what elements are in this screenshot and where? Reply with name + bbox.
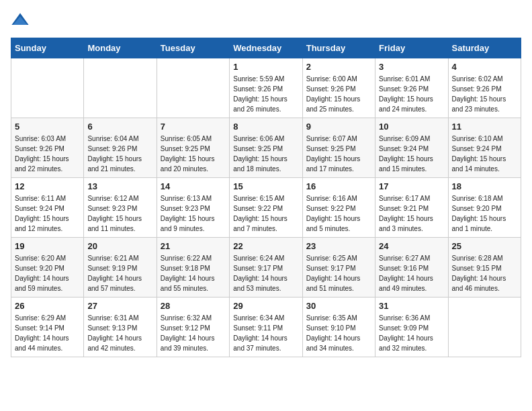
day-number: 11 [452,122,517,132]
calendar-cell: 31Sunrise: 6:36 AMSunset: 9:09 PMDayligh… [375,298,448,357]
day-info: Sunrise: 6:24 AMSunset: 9:17 PMDaylight:… [233,253,298,293]
day-info: Sunrise: 6:29 AMSunset: 9:14 PMDaylight:… [15,313,80,353]
day-number: 23 [306,241,371,251]
day-number: 9 [306,122,371,132]
day-number: 18 [452,181,517,191]
day-info: Sunrise: 6:04 AMSunset: 9:26 PMDaylight:… [87,134,152,174]
calendar-cell: 1Sunrise: 5:59 AMSunset: 9:26 PMDaylight… [230,58,302,118]
calendar-cell: 6Sunrise: 6:04 AMSunset: 9:26 PMDaylight… [84,118,157,178]
day-info: Sunrise: 6:13 AMSunset: 9:23 PMDaylight:… [161,193,226,234]
day-info: Sunrise: 6:34 AMSunset: 9:11 PMDaylight:… [233,313,298,353]
calendar-cell: 21Sunrise: 6:22 AMSunset: 9:18 PMDayligh… [157,238,229,298]
logo [11,11,32,30]
calendar-header-monday: Monday [84,38,157,58]
day-number: 31 [379,301,444,311]
day-info: Sunrise: 6:27 AMSunset: 9:16 PMDaylight:… [379,253,444,293]
calendar-cell: 8Sunrise: 6:06 AMSunset: 9:25 PMDaylight… [230,118,302,178]
day-info: Sunrise: 6:06 AMSunset: 9:25 PMDaylight:… [233,134,298,174]
calendar-week-4: 19Sunrise: 6:20 AMSunset: 9:20 PMDayligh… [11,238,521,298]
day-number: 28 [161,301,226,311]
day-info: Sunrise: 6:09 AMSunset: 9:24 PMDaylight:… [379,134,444,174]
day-number: 15 [233,181,298,191]
day-info: Sunrise: 6:17 AMSunset: 9:21 PMDaylight:… [379,193,444,234]
day-number: 17 [379,181,444,191]
day-number: 19 [15,241,80,251]
calendar-cell: 7Sunrise: 6:05 AMSunset: 9:25 PMDaylight… [157,118,229,178]
day-number: 29 [233,301,298,311]
day-number: 6 [87,122,152,132]
calendar-header-saturday: Saturday [448,38,521,58]
calendar-cell: 3Sunrise: 6:01 AMSunset: 9:26 PMDaylight… [375,58,448,118]
day-info: Sunrise: 6:03 AMSunset: 9:26 PMDaylight:… [15,134,80,174]
calendar-cell: 18Sunrise: 6:18 AMSunset: 9:20 PMDayligh… [448,178,521,238]
day-info: Sunrise: 6:32 AMSunset: 9:12 PMDaylight:… [161,313,226,353]
calendar-cell: 11Sunrise: 6:10 AMSunset: 9:24 PMDayligh… [448,118,521,178]
calendar-week-1: 1Sunrise: 5:59 AMSunset: 9:26 PMDaylight… [11,58,521,118]
day-number: 1 [233,62,298,72]
day-info: Sunrise: 6:10 AMSunset: 9:24 PMDaylight:… [452,134,517,174]
day-info: Sunrise: 6:01 AMSunset: 9:26 PMDaylight:… [379,74,444,114]
calendar-cell: 24Sunrise: 6:27 AMSunset: 9:16 PMDayligh… [375,238,448,298]
calendar-cell: 5Sunrise: 6:03 AMSunset: 9:26 PMDaylight… [11,118,84,178]
day-info: Sunrise: 6:22 AMSunset: 9:18 PMDaylight:… [161,253,226,293]
calendar-cell: 30Sunrise: 6:35 AMSunset: 9:10 PMDayligh… [302,298,375,357]
calendar-cell: 28Sunrise: 6:32 AMSunset: 9:12 PMDayligh… [157,298,229,357]
day-info: Sunrise: 6:25 AMSunset: 9:17 PMDaylight:… [306,253,371,293]
day-info: Sunrise: 6:18 AMSunset: 9:20 PMDaylight:… [452,193,517,234]
calendar-header-row: SundayMondayTuesdayWednesdayThursdayFrid… [11,38,521,58]
day-info: Sunrise: 6:36 AMSunset: 9:09 PMDaylight:… [379,313,444,353]
day-number: 13 [87,181,152,191]
day-info: Sunrise: 6:05 AMSunset: 9:25 PMDaylight:… [161,134,226,174]
day-number: 24 [379,241,444,251]
day-info: Sunrise: 6:16 AMSunset: 9:22 PMDaylight:… [306,193,371,234]
calendar-cell: 19Sunrise: 6:20 AMSunset: 9:20 PMDayligh… [11,238,84,298]
day-number: 2 [306,62,371,72]
calendar-cell [448,298,521,357]
calendar-cell: 27Sunrise: 6:31 AMSunset: 9:13 PMDayligh… [84,298,157,357]
day-number: 10 [379,122,444,132]
calendar-cell: 16Sunrise: 6:16 AMSunset: 9:22 PMDayligh… [302,178,375,238]
calendar-cell: 17Sunrise: 6:17 AMSunset: 9:21 PMDayligh… [375,178,448,238]
day-number: 16 [306,181,371,191]
day-number: 4 [452,62,517,72]
day-number: 3 [379,62,444,72]
calendar-cell [11,58,84,118]
day-info: Sunrise: 6:12 AMSunset: 9:23 PMDaylight:… [87,193,152,234]
calendar-header-thursday: Thursday [302,38,375,58]
day-number: 26 [15,301,80,311]
day-info: Sunrise: 6:31 AMSunset: 9:13 PMDaylight:… [87,313,152,353]
calendar-cell [84,58,157,118]
day-info: Sunrise: 6:21 AMSunset: 9:19 PMDaylight:… [87,253,152,293]
day-number: 8 [233,122,298,132]
calendar-cell: 22Sunrise: 6:24 AMSunset: 9:17 PMDayligh… [230,238,302,298]
calendar-cell: 13Sunrise: 6:12 AMSunset: 9:23 PMDayligh… [84,178,157,238]
calendar-cell: 23Sunrise: 6:25 AMSunset: 9:17 PMDayligh… [302,238,375,298]
calendar-cell: 2Sunrise: 6:00 AMSunset: 9:26 PMDaylight… [302,58,375,118]
calendar-cell: 26Sunrise: 6:29 AMSunset: 9:14 PMDayligh… [11,298,84,357]
calendar-header-tuesday: Tuesday [157,38,229,58]
day-number: 22 [233,241,298,251]
calendar-cell: 29Sunrise: 6:34 AMSunset: 9:11 PMDayligh… [230,298,302,357]
day-number: 7 [161,122,226,132]
calendar-header-friday: Friday [375,38,448,58]
calendar-cell: 14Sunrise: 6:13 AMSunset: 9:23 PMDayligh… [157,178,229,238]
calendar-table: SundayMondayTuesdayWednesdayThursdayFrid… [11,38,521,357]
day-number: 27 [87,301,152,311]
calendar-cell: 20Sunrise: 6:21 AMSunset: 9:19 PMDayligh… [84,238,157,298]
calendar-header-wednesday: Wednesday [230,38,302,58]
day-info: Sunrise: 6:00 AMSunset: 9:26 PMDaylight:… [306,74,371,114]
calendar-cell: 10Sunrise: 6:09 AMSunset: 9:24 PMDayligh… [375,118,448,178]
day-info: Sunrise: 6:20 AMSunset: 9:20 PMDaylight:… [15,253,80,293]
day-info: Sunrise: 6:35 AMSunset: 9:10 PMDaylight:… [306,313,371,353]
day-number: 12 [15,181,80,191]
day-info: Sunrise: 6:28 AMSunset: 9:15 PMDaylight:… [452,253,517,293]
calendar-cell: 25Sunrise: 6:28 AMSunset: 9:15 PMDayligh… [448,238,521,298]
page-header [11,11,521,30]
calendar-week-3: 12Sunrise: 6:11 AMSunset: 9:24 PMDayligh… [11,178,521,238]
calendar-cell: 12Sunrise: 6:11 AMSunset: 9:24 PMDayligh… [11,178,84,238]
calendar-week-5: 26Sunrise: 6:29 AMSunset: 9:14 PMDayligh… [11,298,521,357]
calendar-cell: 4Sunrise: 6:02 AMSunset: 9:26 PMDaylight… [448,58,521,118]
calendar-week-2: 5Sunrise: 6:03 AMSunset: 9:26 PMDaylight… [11,118,521,178]
day-info: Sunrise: 6:15 AMSunset: 9:22 PMDaylight:… [233,193,298,234]
calendar-cell: 9Sunrise: 6:07 AMSunset: 9:25 PMDaylight… [302,118,375,178]
